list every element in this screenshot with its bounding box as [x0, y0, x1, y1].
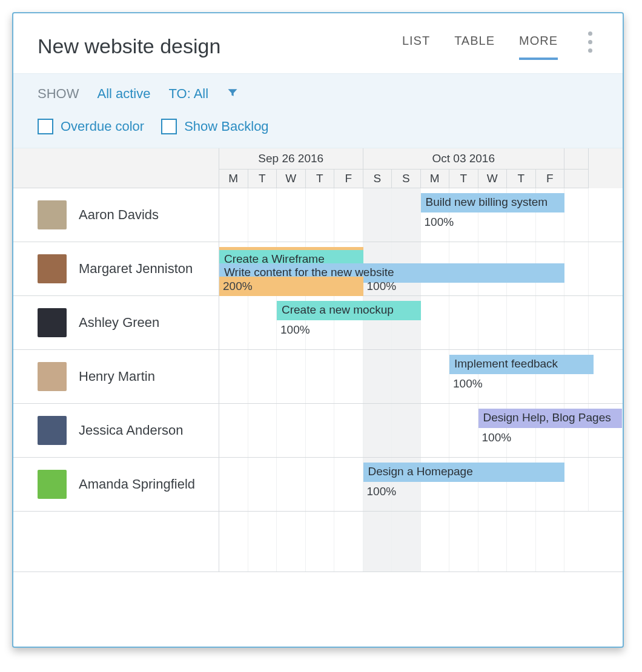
- week-label: Sep 26 2016: [219, 148, 363, 170]
- gantt-header-left: [13, 148, 219, 188]
- avatar: [38, 200, 67, 229]
- avatar: [38, 254, 67, 283]
- show-backlog-label: Show Backlog: [184, 119, 268, 134]
- assignee-cell: Amanda Springfield: [13, 458, 219, 511]
- timeline-cell: [219, 512, 623, 572]
- assignee-name: Ashley Green: [79, 315, 159, 331]
- assignee-cell: Henry Martin: [13, 350, 219, 403]
- tab-more[interactable]: MORE: [519, 34, 558, 59]
- load-percent: 100%: [363, 277, 400, 296]
- gantt-header: Sep 26 2016Oct 03 2016MTWTFSSMTWTF: [13, 148, 623, 188]
- overdue-color-label: Overdue color: [61, 119, 144, 134]
- avatar: [38, 470, 67, 499]
- task-bar[interactable]: Design a Homepage: [363, 463, 565, 482]
- assignee-cell: Aaron Davids: [13, 188, 219, 242]
- avatar: [38, 362, 67, 391]
- task-bar[interactable]: Create a new mockup: [277, 301, 421, 320]
- overdue-color-checkbox[interactable]: Overdue color: [38, 119, 144, 134]
- show-backlog-checkbox[interactable]: Show Backlog: [161, 119, 268, 134]
- task-bar[interactable]: Design Help, Blog Pages: [478, 409, 623, 428]
- assignee-cell: Margaret Jenniston: [13, 242, 219, 295]
- load-percent: 100%: [449, 374, 486, 394]
- load-percent: 100%: [421, 212, 458, 232]
- load-percent: 100%: [363, 482, 400, 501]
- avatar: [38, 416, 67, 445]
- bars-container: Design a Homepage100%: [219, 458, 623, 511]
- tab-list[interactable]: LIST: [402, 34, 430, 59]
- timeline-cell[interactable]: Design Help, Blog Pages100%: [219, 404, 623, 457]
- gantt-row: Aaron DavidsBuild new billing system100%: [13, 188, 623, 242]
- day-header: W: [478, 170, 508, 188]
- timeline-cell[interactable]: Create a new mockup100%: [219, 296, 623, 349]
- gantt-row: Margaret JennistonCreate a WireframeWrit…: [13, 242, 623, 296]
- avatar: [38, 308, 67, 337]
- bars-container: Create a new mockup100%: [219, 296, 623, 349]
- day-header: S: [392, 170, 421, 188]
- gantt-row: Jessica AndersonDesign Help, Blog Pages1…: [13, 404, 623, 458]
- assignee-name: Amanda Springfield: [79, 476, 195, 492]
- timeline-cell[interactable]: Design a Homepage100%: [219, 458, 623, 511]
- checkbox-icon: [161, 119, 177, 134]
- timeline-cell[interactable]: Create a WireframeWrite content for the …: [219, 242, 623, 295]
- assignee-name: Henry Martin: [79, 369, 155, 384]
- bars-container: Create a WireframeWrite content for the …: [219, 242, 623, 295]
- day-header: [564, 170, 589, 188]
- bars-container: Design Help, Blog Pages100%: [219, 404, 623, 457]
- task-bar[interactable]: Implement feedback: [449, 355, 594, 374]
- bars-container: Implement feedback100%: [219, 350, 623, 403]
- assignee-cell: [13, 512, 219, 572]
- timeline-cell[interactable]: Implement feedback100%: [219, 350, 623, 403]
- tab-table[interactable]: TABLE: [454, 34, 495, 59]
- week-label: Oct 03 2016: [363, 148, 565, 170]
- day-header: T: [449, 170, 478, 188]
- filter-all-active[interactable]: All active: [97, 86, 150, 102]
- app-window: New website design LIST TABLE MORE SHOW …: [12, 12, 624, 648]
- week-label: [564, 148, 589, 170]
- gantt-row: Henry MartinImplement feedback100%: [13, 350, 623, 404]
- gantt-chart: Sep 26 2016Oct 03 2016MTWTFSSMTWTF Aaron…: [13, 148, 623, 647]
- gantt-row: Ashley GreenCreate a new mockup100%: [13, 296, 623, 350]
- gantt-row-empty: [13, 512, 623, 572]
- day-header: T: [507, 170, 536, 188]
- assignee-name: Jessica Anderson: [79, 423, 183, 438]
- assignee-cell: Jessica Anderson: [13, 404, 219, 457]
- timeline-cell[interactable]: Build new billing system100%: [219, 188, 623, 242]
- day-header: T: [248, 170, 277, 188]
- more-menu-icon[interactable]: [582, 31, 598, 61]
- gantt-row: Amanda SpringfieldDesign a Homepage100%: [13, 458, 623, 512]
- gantt-body[interactable]: Aaron DavidsBuild new billing system100%…: [13, 188, 623, 647]
- day-header: M: [421, 170, 450, 188]
- load-percent: 100%: [277, 320, 314, 340]
- day-header: W: [277, 170, 306, 188]
- tabs: LIST TABLE MORE: [402, 31, 598, 61]
- filter-icon[interactable]: [227, 87, 239, 101]
- load-percent: 100%: [478, 428, 515, 447]
- day-header: F: [536, 170, 565, 188]
- filter-bar: SHOW All active TO: All Overdue color Sh…: [13, 73, 623, 148]
- day-header: M: [219, 170, 248, 188]
- load-percent: 200%: [219, 277, 363, 296]
- bars-container: Build new billing system100%: [219, 188, 623, 242]
- assignee-name: Aaron Davids: [79, 207, 159, 223]
- day-header: T: [306, 170, 335, 188]
- day-header: S: [363, 170, 392, 188]
- header: New website design LIST TABLE MORE: [13, 13, 623, 73]
- filter-to-all[interactable]: TO: All: [169, 86, 209, 102]
- assignee-cell: Ashley Green: [13, 296, 219, 349]
- assignee-name: Margaret Jenniston: [79, 261, 193, 277]
- page-title: New website design: [38, 35, 402, 58]
- task-bar[interactable]: Build new billing system: [421, 193, 565, 212]
- checkbox-icon: [38, 119, 53, 134]
- day-header: F: [334, 170, 363, 188]
- show-label: SHOW: [38, 86, 79, 102]
